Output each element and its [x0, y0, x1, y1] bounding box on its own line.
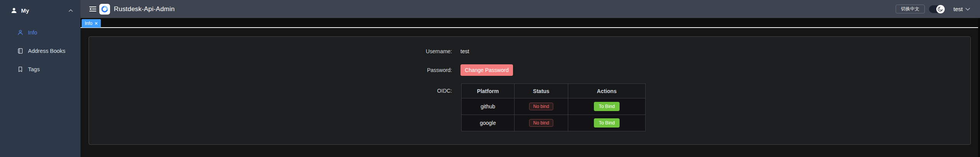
sidebar-group-my[interactable]: My: [0, 1, 81, 20]
sidebar-item-label: Tags: [28, 66, 40, 72]
sidebar-item-tags[interactable]: Tags: [0, 60, 81, 78]
change-password-button[interactable]: Change Password: [460, 64, 513, 76]
header-right: 切换中文 test: [896, 5, 980, 13]
chevron-up-icon: [69, 9, 73, 12]
actions-cell: To Bind: [568, 115, 646, 131]
tab-info[interactable]: Info: [82, 19, 101, 28]
fold-menu-icon[interactable]: [89, 6, 96, 12]
platform-cell: github: [462, 98, 515, 115]
sidebar-item-address-books[interactable]: Address Books: [0, 42, 81, 60]
oidc-label: OIDC:: [89, 87, 452, 95]
username-label: Username:: [89, 47, 452, 55]
tabs-bar: Info: [81, 18, 980, 28]
password-label: Password:: [89, 66, 452, 74]
to-bind-button[interactable]: To Bind: [594, 102, 620, 111]
sidebar-menu: Info Address Books Tags: [0, 23, 81, 78]
sidebar-item-label: Info: [28, 29, 37, 36]
app-title: Rustdesk-Api-Admin: [114, 5, 175, 13]
dark-mode-toggle[interactable]: [929, 5, 944, 13]
chevron-down-icon: [965, 8, 970, 11]
bookmark-icon: [17, 66, 23, 72]
person-outline-icon: [17, 29, 23, 36]
user-filled-icon: [11, 7, 17, 14]
status-badge: No bind: [529, 119, 553, 127]
current-user-label: test: [954, 6, 963, 12]
column-header-platform: Platform: [462, 84, 515, 98]
moon-icon: [936, 5, 945, 13]
sidebar-group-label: My: [21, 7, 69, 14]
column-header-status: Status: [515, 84, 568, 98]
to-bind-button[interactable]: To Bind: [594, 118, 620, 128]
sidebar-item-label: Address Books: [28, 48, 66, 54]
platform-cell: google: [462, 115, 515, 131]
oidc-table: Platform Status Actions github No bind T…: [461, 83, 646, 131]
column-header-actions: Actions: [568, 84, 646, 98]
status-badge: No bind: [529, 103, 553, 110]
close-icon[interactable]: [95, 22, 98, 25]
notebook-icon: [17, 48, 23, 54]
table-row: google No bind To Bind: [462, 115, 646, 131]
main-content: Username: test Password: Change Password…: [81, 29, 980, 157]
status-cell: No bind: [515, 98, 568, 115]
sidebar: My Info Address Books Tags: [0, 0, 81, 157]
scroll-gutter: [978, 18, 980, 157]
app-logo: [99, 4, 110, 15]
user-menu[interactable]: test: [954, 6, 970, 12]
user-info-card: Username: test Password: Change Password…: [89, 36, 971, 145]
sidebar-item-info[interactable]: Info: [0, 23, 81, 42]
status-cell: No bind: [515, 115, 568, 131]
switch-language-button[interactable]: 切换中文: [896, 5, 925, 13]
tab-label: Info: [85, 21, 92, 26]
table-row: github No bind To Bind: [462, 98, 646, 115]
username-value: test: [460, 47, 469, 55]
actions-cell: To Bind: [568, 98, 646, 115]
table-header-row: Platform Status Actions: [462, 84, 646, 98]
top-header: Rustdesk-Api-Admin 切换中文 test: [81, 0, 980, 18]
